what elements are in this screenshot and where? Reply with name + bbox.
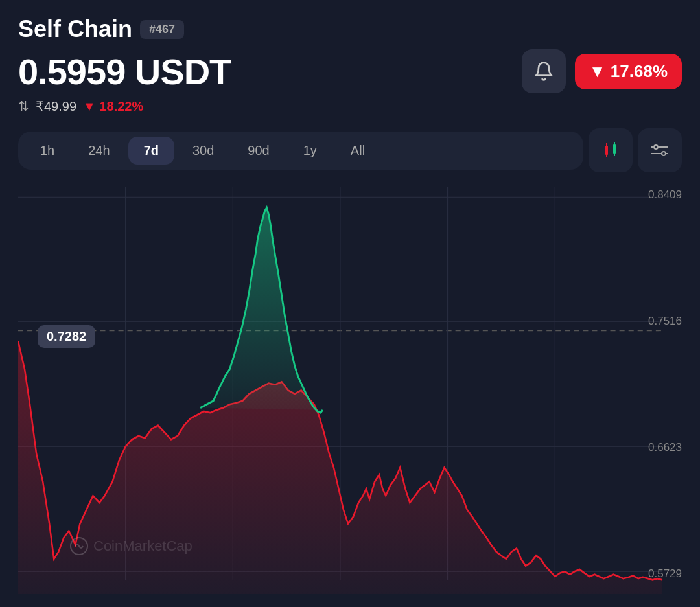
rank-badge: #467	[140, 20, 184, 39]
price-chart	[18, 187, 682, 594]
tf-7d[interactable]: 7d	[128, 137, 174, 165]
coin-name: Self Chain	[18, 16, 132, 43]
tf-1y[interactable]: 1y	[288, 137, 332, 165]
inr-change: ▼ 18.22%	[83, 99, 143, 114]
bell-icon	[533, 61, 554, 82]
hover-price-label: 0.7282	[38, 325, 95, 348]
price-label-low: 0.5729	[648, 567, 682, 580]
updown-icon: ⇅	[18, 98, 29, 114]
price-label-3: 0.6623	[648, 441, 682, 454]
current-price: 0.5959 USDT	[18, 51, 231, 93]
filter-button[interactable]	[638, 128, 682, 172]
tf-1h[interactable]: 1h	[25, 137, 70, 165]
alert-button[interactable]	[522, 49, 566, 93]
timeframe-selector: 1h 24h 7d 30d 90d 1y All	[18, 132, 583, 170]
filter-icon	[650, 141, 670, 160]
tf-90d[interactable]: 90d	[232, 137, 285, 165]
svg-point-6	[654, 145, 658, 149]
tf-30d[interactable]: 30d	[177, 137, 229, 165]
tf-all[interactable]: All	[335, 137, 380, 165]
inr-price: ₹49.99	[36, 98, 76, 114]
svg-point-9	[662, 152, 666, 155]
change-badge: ▼ 17.68%	[575, 54, 682, 89]
candlestick-icon	[601, 141, 620, 160]
watermark: CoinMarketCap	[70, 537, 192, 555]
tf-24h[interactable]: 24h	[73, 137, 125, 165]
chart-type-button[interactable]	[589, 128, 633, 172]
price-label-high: 0.8409	[648, 189, 682, 201]
svg-rect-0	[605, 146, 608, 155]
price-label-2: 0.7516	[648, 315, 682, 328]
chart-area: 0.8409 0.7516 0.6623 0.5729 0.7282 CoinM…	[18, 187, 682, 594]
svg-rect-3	[613, 144, 616, 154]
change-pct: ▼ 17.68%	[589, 62, 668, 82]
